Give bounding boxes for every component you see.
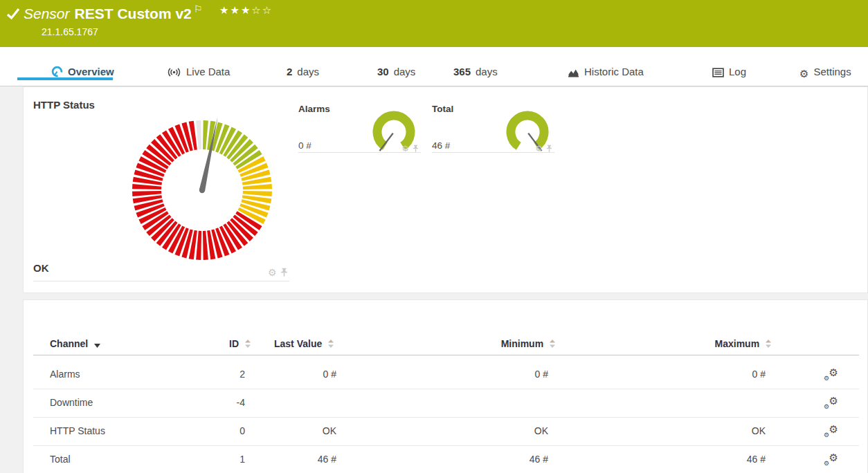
- overview-gauges-card: HTTP Status OK ⚙ Alarms 0 # ⚙ Total 46 #…: [23, 86, 868, 293]
- cell-maximum: 46 #: [633, 445, 766, 473]
- tab-number: 30: [377, 66, 389, 77]
- cell-last-value: [238, 389, 336, 417]
- divider: [432, 152, 554, 153]
- mini-panel-title: Alarms: [298, 104, 330, 114]
- tab-settings[interactable]: ⚙Settings: [799, 65, 851, 80]
- sort-arrows-icon: [245, 340, 251, 348]
- tab-label: days: [297, 66, 319, 77]
- tab-number: 365: [453, 66, 471, 77]
- sort-arrows-icon: [766, 340, 771, 348]
- tab-log[interactable]: Log: [712, 65, 746, 80]
- tab-number: 2: [287, 66, 292, 77]
- mini-panel-title: Total: [432, 104, 453, 114]
- panel-title: HTTP Status: [33, 99, 95, 111]
- sort-arrows-icon: [328, 340, 334, 348]
- tab-label: Log: [729, 66, 746, 77]
- status-check-icon: [6, 6, 21, 24]
- priority-stars[interactable]: ★★★☆☆: [219, 4, 273, 17]
- column-header-channel[interactable]: Channel: [50, 338, 100, 349]
- pin-icon[interactable]: [280, 268, 289, 277]
- column-header-minimum[interactable]: Minimum: [349, 338, 555, 349]
- channel-settings-gears-icon[interactable]: ⚙⚙: [824, 425, 838, 438]
- cell-maximum: OK: [633, 417, 766, 445]
- column-header-last-value[interactable]: Last Value: [274, 338, 334, 349]
- channel-panel-alarms: Alarms 0 # ⚙: [298, 104, 421, 154]
- sort-arrows-icon: [550, 340, 555, 348]
- cell-minimum: 0 #: [411, 360, 548, 389]
- tab-historic-data[interactable]: Historic Data: [568, 65, 644, 80]
- cell-maximum: [633, 389, 766, 417]
- tab-label: days: [476, 66, 498, 77]
- tab-label: Historic Data: [584, 66, 644, 77]
- tab-30-days[interactable]: 30days: [377, 65, 415, 80]
- cell-id: 1: [145, 445, 245, 473]
- http-status-gauge: [127, 115, 277, 265]
- http-status-value: OK: [33, 262, 49, 274]
- sensor-version: 21.1.65.1767: [42, 26, 98, 37]
- tab-2-days[interactable]: 2days: [287, 65, 319, 80]
- tab-label: days: [394, 66, 416, 77]
- large-gear-icon: ⚙: [829, 452, 838, 464]
- active-tab-underline: [17, 77, 113, 80]
- column-header-maximum[interactable]: Maximum: [565, 338, 771, 349]
- divider: [298, 152, 421, 153]
- column-label: ID: [229, 338, 239, 349]
- channel-settings-gears-icon[interactable]: ⚙⚙: [824, 368, 838, 381]
- gear-icon[interactable]: ⚙: [268, 267, 277, 278]
- tab-bar: Overview Live Data 2days 30days 365days …: [0, 47, 868, 86]
- tab-label: Live Data: [186, 66, 230, 77]
- tab-label: Overview: [68, 66, 114, 77]
- tab-live-data[interactable]: Live Data: [167, 65, 230, 80]
- table-header-divider: [33, 355, 859, 355]
- sort-caret-down-icon: [94, 344, 100, 348]
- column-label: Minimum: [501, 338, 543, 349]
- sensor-kind-label: Sensor: [24, 6, 70, 21]
- cell-id: 0: [145, 417, 245, 445]
- column-label: Maximum: [715, 338, 760, 349]
- log-list-icon: [712, 67, 724, 81]
- cell-last-value: 0 #: [238, 360, 336, 389]
- column-label: Last Value: [274, 338, 322, 349]
- large-gear-icon: ⚙: [829, 395, 838, 407]
- cell-id: -4: [145, 389, 245, 417]
- tab-365-days[interactable]: 365days: [453, 65, 498, 80]
- live-data-icon: [167, 67, 181, 81]
- cell-minimum: [411, 389, 548, 417]
- cell-minimum: 46 #: [411, 445, 548, 473]
- panel-footer-icons: ⚙: [268, 266, 289, 279]
- sensor-header: SensorREST Custom v2⚐ ★★★☆☆ 21.1.65.1767: [0, 0, 868, 47]
- column-header-id[interactable]: ID: [145, 338, 251, 349]
- column-label: Channel: [50, 338, 88, 349]
- total-value: 46 #: [432, 140, 450, 151]
- cell-last-value: 46 #: [238, 445, 336, 473]
- gear-icon: ⚙: [799, 67, 808, 81]
- priority-flag-icon[interactable]: ⚐: [194, 3, 203, 15]
- cell-last-value: OK: [238, 417, 336, 445]
- sensor-name: REST Custom v2: [75, 6, 192, 21]
- channels-table-card: Channel ID Last Value Minimum Maximum Al…: [23, 299, 868, 473]
- channel-settings-gears-icon[interactable]: ⚙⚙: [824, 453, 838, 466]
- large-gear-icon: ⚙: [829, 367, 838, 379]
- divider: [33, 281, 289, 281]
- channel-panel-total: Total 46 # ⚙: [432, 104, 554, 154]
- large-gear-icon: ⚙: [829, 423, 838, 436]
- cell-minimum: OK: [411, 417, 548, 445]
- tab-label: Settings: [813, 66, 851, 77]
- channel-settings-gears-icon[interactable]: ⚙⚙: [824, 396, 838, 409]
- historic-chart-icon: [568, 67, 579, 81]
- cell-id: 2: [145, 360, 245, 389]
- alarms-value: 0 #: [298, 140, 311, 151]
- cell-maximum: 0 #: [633, 360, 766, 389]
